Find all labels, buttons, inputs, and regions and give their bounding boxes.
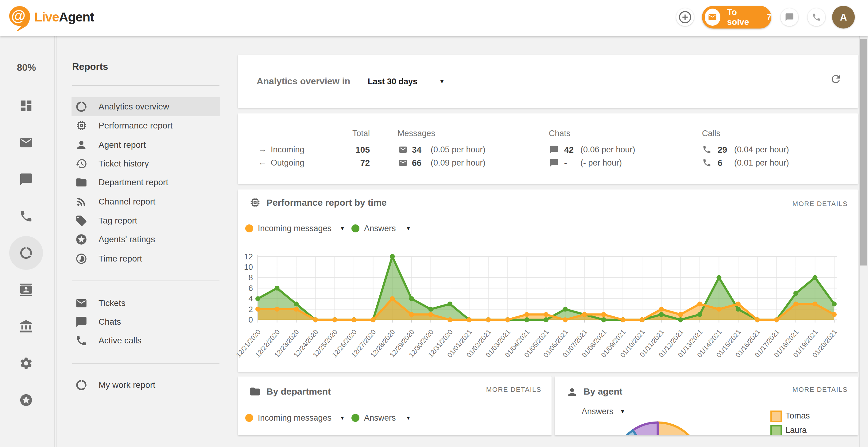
sidebar-item-analytics-overview[interactable]: Analytics overview bbox=[71, 97, 220, 116]
row-label: Outgoing bbox=[271, 158, 305, 168]
sidebar-item-ticket-history[interactable]: Ticket history bbox=[71, 154, 220, 173]
sidebar-item-performance-report[interactable]: Performance report bbox=[71, 116, 220, 135]
legend-incoming-messages[interactable]: Incoming messages bbox=[258, 413, 332, 423]
tag-icon bbox=[75, 215, 88, 227]
rss-icon bbox=[75, 196, 88, 208]
chats-outgoing-count: - bbox=[564, 158, 567, 168]
chats-icon[interactable] bbox=[19, 172, 33, 186]
sidebar-item-department-report[interactable]: Department report bbox=[71, 173, 220, 192]
sidebar-item-agent-report[interactable]: Agent report bbox=[71, 136, 220, 154]
chat-icon bbox=[785, 12, 794, 22]
to-solve-count: 7 bbox=[766, 12, 771, 22]
chats-incoming-rate: (0.06 per hour) bbox=[580, 145, 636, 154]
ratings-icon[interactable] bbox=[19, 393, 33, 407]
timelapse-icon bbox=[75, 253, 88, 265]
liveagent-logo: LiveAgent bbox=[34, 10, 94, 25]
col-header-calls: Calls bbox=[702, 129, 720, 138]
memory-icon bbox=[249, 197, 261, 208]
legend-swatch-laura bbox=[770, 425, 782, 435]
calls-incoming-count: 29 bbox=[718, 145, 727, 155]
svg-text:6: 6 bbox=[249, 284, 253, 293]
folder-icon bbox=[249, 386, 261, 397]
col-header-messages: Messages bbox=[398, 129, 435, 138]
sidebar-item-time-report[interactable]: Time report bbox=[71, 249, 220, 268]
calls-outgoing-count: 6 bbox=[718, 158, 722, 168]
messages-outgoing-count: 66 bbox=[412, 158, 422, 168]
customers-icon[interactable] bbox=[19, 283, 33, 297]
sidebar-item-tickets[interactable]: Tickets bbox=[71, 294, 220, 313]
chats-outgoing-rate: (- per hour) bbox=[580, 158, 622, 168]
chevron-down-icon[interactable]: ▼ bbox=[340, 415, 345, 421]
sidebar-item-agents-ratings[interactable]: Agents' ratings bbox=[71, 230, 220, 249]
chevron-down-icon[interactable]: ▼ bbox=[439, 78, 445, 85]
legend-dot-incoming bbox=[245, 225, 253, 232]
svg-text:4: 4 bbox=[249, 294, 253, 303]
chats-incoming-count: 42 bbox=[564, 145, 574, 155]
sidebar-item-my-work-report[interactable]: My work report bbox=[71, 376, 220, 394]
settings-icon[interactable] bbox=[19, 356, 33, 370]
chevron-down-icon[interactable]: ▼ bbox=[406, 226, 411, 232]
billing-icon[interactable] bbox=[19, 319, 33, 334]
avatar[interactable]: A bbox=[832, 6, 855, 29]
chat-icon bbox=[75, 316, 88, 328]
svg-text:2: 2 bbox=[249, 305, 253, 314]
chevron-down-icon[interactable]: ▼ bbox=[406, 415, 411, 421]
sidebar-divider bbox=[57, 36, 57, 447]
calls-icon[interactable] bbox=[19, 209, 33, 223]
date-range-select[interactable]: Last 30 days bbox=[368, 77, 417, 87]
svg-text:12: 12 bbox=[244, 252, 253, 261]
more-details-link[interactable]: MORE DETAILS bbox=[793, 200, 848, 208]
data-usage-icon bbox=[75, 101, 88, 113]
chats-button[interactable] bbox=[780, 8, 798, 26]
folder-icon bbox=[75, 176, 88, 188]
page-title: Analytics overview in bbox=[257, 76, 350, 87]
messages-outgoing-rate: (0.09 per hour) bbox=[431, 158, 486, 168]
legend-laura: Laura bbox=[785, 425, 807, 435]
mail-icon bbox=[75, 297, 88, 309]
add-button[interactable] bbox=[676, 8, 694, 26]
tickets-icon[interactable] bbox=[19, 136, 33, 149]
refresh-icon[interactable] bbox=[830, 73, 842, 85]
phone-icon bbox=[702, 158, 711, 167]
mail-icon bbox=[398, 158, 408, 167]
rail-divider bbox=[54, 36, 55, 447]
row-label: Incoming bbox=[271, 145, 305, 154]
zoom-level: 80% bbox=[0, 62, 53, 73]
calls-outgoing-rate: (0.01 per hour) bbox=[734, 158, 789, 168]
phone-icon bbox=[75, 335, 88, 347]
stats-card: Total Messages Chats Calls → Incoming 10… bbox=[238, 113, 858, 184]
legend-dot-answers bbox=[351, 414, 360, 422]
to-solve-label: To solve bbox=[727, 7, 758, 27]
calls-button[interactable] bbox=[808, 8, 825, 26]
sidebar-title: Reports bbox=[72, 61, 108, 72]
by-agent-card: By agent MORE DETAILS Answers ▼ Tomas La… bbox=[555, 377, 858, 435]
reports-icon[interactable] bbox=[19, 246, 33, 260]
dashboard-icon[interactable] bbox=[19, 99, 33, 113]
liveagent-logo-icon: @ bbox=[8, 5, 31, 31]
sidebar-item-active-calls[interactable]: Active calls bbox=[71, 331, 220, 350]
outgoing-arrow-icon: ← bbox=[258, 158, 267, 167]
divider bbox=[72, 85, 219, 86]
svg-text:10: 10 bbox=[244, 263, 253, 272]
sidebar-item-channel-report[interactable]: Channel report bbox=[71, 192, 220, 211]
legend-answers[interactable]: Answers bbox=[364, 413, 396, 423]
plus-circle-icon bbox=[678, 10, 692, 24]
more-details-link[interactable]: MORE DETAILS bbox=[486, 386, 541, 394]
messages-incoming-rate: (0.05 per hour) bbox=[431, 145, 486, 154]
mail-icon bbox=[398, 145, 408, 154]
scrollbar-thumb[interactable] bbox=[860, 39, 867, 266]
col-header-total: Total bbox=[339, 129, 370, 138]
col-header-chats: Chats bbox=[549, 129, 570, 138]
card-title: Performance report by time bbox=[267, 198, 387, 208]
sidebar-item-tag-report[interactable]: Tag report bbox=[71, 211, 220, 230]
legend-tomas: Tomas bbox=[785, 411, 810, 421]
divider bbox=[72, 280, 219, 281]
to-solve-button[interactable]: To solve 7 bbox=[702, 6, 771, 29]
data-usage-icon bbox=[75, 379, 88, 391]
legend-answers[interactable]: Answers bbox=[364, 224, 396, 233]
by-agent-pie-chart bbox=[555, 377, 858, 435]
legend-incoming-messages[interactable]: Incoming messages bbox=[258, 224, 332, 233]
messages-incoming-count: 34 bbox=[412, 145, 422, 155]
chevron-down-icon[interactable]: ▼ bbox=[340, 226, 345, 232]
sidebar-item-chats[interactable]: Chats bbox=[71, 312, 220, 332]
